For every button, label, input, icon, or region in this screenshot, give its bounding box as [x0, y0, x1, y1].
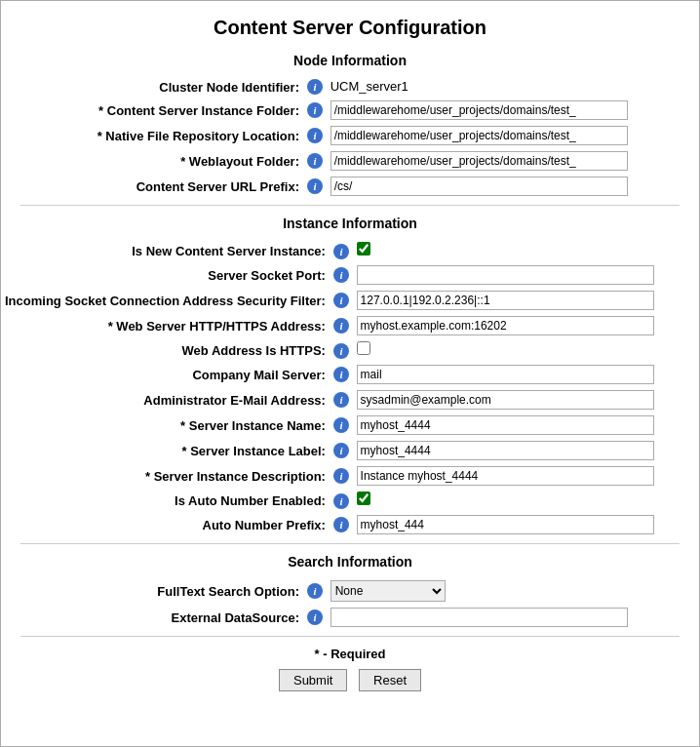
cluster-node-id-info-icon[interactable]: i: [307, 79, 323, 95]
required-star: *: [182, 444, 191, 458]
instance-folder-info-icon[interactable]: i: [307, 102, 323, 118]
server-socket-port-info-icon[interactable]: i: [333, 267, 349, 283]
is-new-instance-checkbox[interactable]: [357, 242, 370, 256]
fulltext-search-info-icon[interactable]: i: [307, 583, 323, 599]
server-socket-port-label: Server Socket Port:: [1, 262, 330, 288]
server-instance-desc-cell: i: [330, 463, 699, 489]
table-row: Is Auto Number Enabled: i: [1, 489, 699, 512]
instance-folder-input[interactable]: [331, 100, 628, 120]
divider-3: [20, 636, 680, 637]
admin-email-info-icon[interactable]: i: [333, 392, 349, 408]
required-star: *: [98, 103, 107, 118]
table-row: Is New Content Server Instance: i: [1, 239, 699, 262]
required-star: *: [180, 154, 189, 169]
cluster-node-id-value: UCM_server1: [331, 79, 408, 94]
web-address-https-info-icon[interactable]: i: [333, 343, 349, 359]
table-row: Auto Number Prefix: i: [1, 512, 699, 537]
node-info-table: Cluster Node Identifier: i UCM_server1 *…: [1, 76, 699, 199]
weblayout-folder-info-icon[interactable]: i: [307, 153, 323, 169]
server-instance-label-cell: i: [330, 438, 699, 463]
table-row: Company Mail Server: i: [1, 362, 699, 387]
table-row: Server Socket Port: i: [1, 262, 699, 288]
required-note: * - Required: [1, 647, 699, 661]
reset-button[interactable]: Reset: [359, 669, 421, 691]
weblayout-folder-input[interactable]: [331, 151, 628, 171]
instance-folder-label: * Content Server Instance Folder:: [1, 98, 303, 123]
weblayout-folder-label: * Weblayout Folder:: [1, 148, 303, 174]
table-row: * Content Server Instance Folder: i: [1, 98, 699, 123]
table-row: Incoming Socket Connection Address Secur…: [1, 288, 699, 313]
auto-number-prefix-label: Auto Number Prefix:: [1, 512, 330, 537]
instance-info-table: Is New Content Server Instance: i Server…: [1, 239, 699, 537]
url-prefix-input[interactable]: [331, 177, 628, 196]
instance-info-header: Instance Information: [1, 216, 699, 231]
web-server-address-input[interactable]: [357, 316, 654, 335]
native-file-repo-info-icon[interactable]: i: [307, 128, 323, 143]
company-mail-server-input[interactable]: [357, 365, 654, 384]
company-mail-server-label: Company Mail Server:: [1, 362, 330, 387]
server-instance-desc-input[interactable]: [357, 466, 654, 486]
table-row: * Weblayout Folder: i: [1, 148, 699, 174]
company-mail-server-info-icon[interactable]: i: [333, 367, 349, 382]
table-row: Web Address Is HTTPS: i: [1, 338, 699, 362]
auto-number-enabled-checkbox[interactable]: [357, 491, 370, 505]
table-row: Content Server URL Prefix: i: [1, 174, 699, 199]
auto-number-enabled-label: Is Auto Number Enabled:: [1, 489, 330, 512]
url-prefix-info-icon[interactable]: i: [307, 178, 323, 194]
web-server-address-label: * Web Server HTTP/HTTPS Address:: [1, 313, 330, 338]
required-star: *: [180, 418, 189, 433]
server-socket-port-input[interactable]: [357, 265, 654, 285]
server-instance-name-label: * Server Instance Name:: [1, 413, 330, 438]
server-instance-label-label: * Server Instance Label:: [1, 438, 330, 463]
admin-email-label: Administrator E-Mail Address:: [1, 387, 330, 413]
server-instance-name-info-icon[interactable]: i: [333, 417, 349, 433]
admin-email-input[interactable]: [357, 390, 654, 410]
required-star: *: [145, 469, 154, 484]
socket-filter-label: Incoming Socket Connection Address Secur…: [1, 288, 330, 313]
buttons-row: Submit Reset: [1, 669, 699, 691]
auto-number-prefix-info-icon[interactable]: i: [333, 517, 349, 532]
native-file-repo-input[interactable]: [331, 126, 628, 145]
table-row: * Server Instance Description: i: [1, 463, 699, 489]
server-instance-desc-info-icon[interactable]: i: [333, 468, 349, 484]
is-new-instance-info-icon[interactable]: i: [333, 244, 349, 259]
table-row: External DataSource: i: [1, 605, 699, 630]
auto-number-enabled-cell: i: [330, 489, 699, 512]
external-datasource-input[interactable]: [331, 608, 628, 627]
external-datasource-info-icon[interactable]: i: [307, 609, 323, 625]
table-row: * Server Instance Label: i: [1, 438, 699, 463]
table-row: * Server Instance Name: i: [1, 413, 699, 438]
table-row: Administrator E-Mail Address: i: [1, 387, 699, 413]
socket-filter-input[interactable]: [357, 291, 654, 310]
weblayout-folder-cell: i: [303, 148, 699, 174]
instance-folder-cell: i: [303, 98, 699, 123]
web-address-https-label: Web Address Is HTTPS:: [1, 338, 330, 362]
web-server-address-info-icon[interactable]: i: [333, 318, 349, 334]
server-socket-port-cell: i: [330, 262, 699, 288]
table-row: Cluster Node Identifier: i UCM_server1: [1, 76, 699, 98]
web-address-https-cell: i: [330, 338, 699, 362]
is-new-instance-cell: i: [330, 239, 699, 262]
is-new-instance-label: Is New Content Server Instance:: [1, 239, 330, 262]
node-info-header: Node Information: [1, 53, 699, 68]
native-file-repo-cell: i: [303, 123, 699, 148]
auto-number-prefix-input[interactable]: [357, 515, 654, 534]
table-row: * Native File Repository Location: i: [1, 123, 699, 148]
server-instance-label-input[interactable]: [357, 441, 654, 460]
web-address-https-checkbox[interactable]: [357, 341, 370, 355]
cluster-node-id-label: Cluster Node Identifier:: [1, 76, 303, 98]
fulltext-search-select[interactable]: None Database OracleTextSearch: [331, 580, 446, 602]
table-row: * Web Server HTTP/HTTPS Address: i: [1, 313, 699, 338]
company-mail-server-cell: i: [330, 362, 699, 387]
search-info-table: FullText Search Option: i None Database …: [1, 577, 699, 630]
socket-filter-info-icon[interactable]: i: [333, 293, 349, 308]
divider-2: [20, 543, 680, 544]
web-server-address-cell: i: [330, 313, 699, 338]
submit-button[interactable]: Submit: [279, 669, 347, 691]
server-instance-name-input[interactable]: [357, 415, 654, 435]
server-instance-label-info-icon[interactable]: i: [333, 443, 349, 458]
url-prefix-label: Content Server URL Prefix:: [1, 174, 303, 199]
auto-number-enabled-info-icon[interactable]: i: [333, 493, 349, 509]
auto-number-prefix-cell: i: [330, 512, 699, 537]
socket-filter-cell: i: [330, 288, 699, 313]
